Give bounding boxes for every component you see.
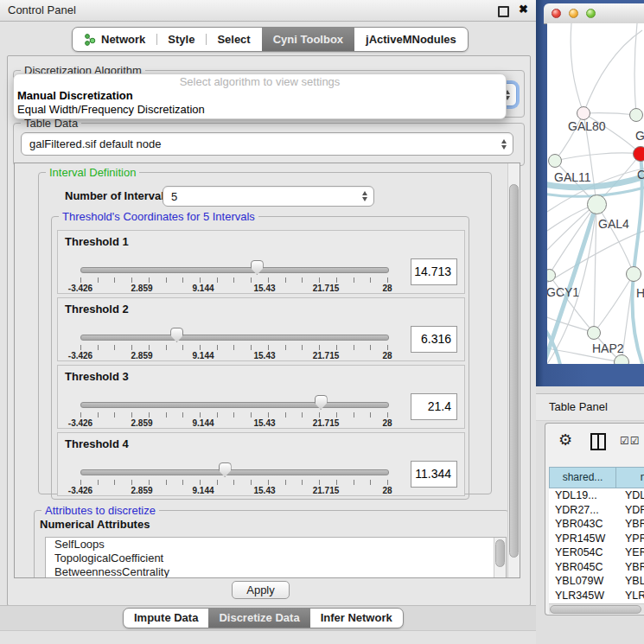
table-row[interactable]: YDL19...YDL1 — [549, 488, 644, 503]
tab-discretize-data[interactable]: Discretize Data — [208, 609, 309, 628]
threshold-slider-track[interactable] — [80, 402, 389, 408]
tab-infer-network[interactable]: Infer Network — [310, 609, 403, 628]
split-columns-icon[interactable] — [590, 433, 606, 450]
table-cell[interactable]: YLR345W — [549, 589, 616, 603]
threshold-slider-track[interactable] — [80, 335, 389, 341]
table-row[interactable]: YDR27...YDR2 — [549, 503, 644, 518]
number-of-intervals-value: 5 — [171, 187, 177, 206]
table-cell[interactable]: YBR0 — [616, 517, 644, 532]
table-cell[interactable]: YBL079W — [549, 574, 616, 589]
threshold-slider-track[interactable] — [80, 469, 389, 475]
table-horizontal-scrollbar[interactable] — [549, 603, 644, 614]
tab-impute-data[interactable]: Impute Data — [124, 609, 208, 628]
threshold-panel: Threshold 1 -3.4262.8599.14415.4321.7152… — [57, 230, 465, 294]
settings-scroll-panel: Interval Definition Number of Intervals … — [14, 163, 520, 578]
settings-scrollbar[interactable] — [507, 163, 520, 577]
gear-icon[interactable]: ⚙ — [558, 430, 572, 450]
tab-cyni-toolbox[interactable]: Cyni Toolbox — [262, 28, 354, 51]
apply-button[interactable]: Apply — [232, 581, 290, 599]
tab-style[interactable]: Style — [156, 28, 206, 51]
network-node[interactable] — [633, 146, 644, 162]
attributes-scrollbar[interactable] — [494, 538, 506, 577]
cyni-toolbox-panel: Discretization Algorithm Select algorith… — [7, 55, 531, 606]
network-node-label: HAP2 — [592, 341, 624, 355]
table-row[interactable]: YPR145WYPR1 — [549, 532, 644, 546]
threshold-label: Threshold 4 — [65, 437, 129, 450]
scale-tick-label: 21.715 — [313, 486, 340, 495]
number-of-intervals-combobox[interactable]: 5 — [163, 186, 374, 207]
network-node[interactable] — [629, 108, 643, 122]
mac-minimize-button[interactable] — [569, 9, 578, 18]
settings-scrollbar-thumb[interactable] — [509, 184, 519, 558]
table-cell[interactable]: YDR27... — [549, 503, 616, 518]
table-cell[interactable]: YBL0 — [616, 574, 644, 589]
network-node[interactable] — [587, 326, 601, 340]
mac-zoom-button[interactable] — [586, 9, 596, 18]
algorithm-option-equal-width[interactable]: Equal Width/Frequency Discretization — [14, 103, 506, 117]
network-canvas[interactable]: GAL80GACGAL11GAL4GCY1HHAP2 — [547, 23, 644, 364]
tab-jactivemnodules[interactable]: jActiveMNodules — [354, 28, 468, 51]
attributes-scrollbar-thumb[interactable] — [495, 539, 505, 567]
control-panel-tabs: Network Style Select Cyni Toolbox jActiv… — [72, 27, 469, 52]
table-data-combobox[interactable]: galFiltered.sif default node — [21, 132, 513, 156]
attribute-list-item[interactable]: TopologicalCoefficient — [46, 552, 506, 565]
threshold-label: Threshold 1 — [65, 235, 129, 248]
table-horizontal-scrollbar-thumb[interactable] — [550, 605, 641, 614]
threshold-value-field[interactable]: 6.316 — [411, 326, 457, 353]
column-header-name[interactable]: na — [616, 467, 644, 488]
threshold-slider-ticks — [80, 412, 388, 418]
table-cell[interactable]: YDL19... — [549, 488, 616, 503]
table-row[interactable]: YBR045CYBR0 — [549, 560, 644, 575]
table-cell[interactable]: YPR145W — [549, 532, 616, 546]
table-cell[interactable]: YER054C — [549, 545, 616, 560]
thresholds-group: Threshold's Coordinates for 5 Intervals … — [51, 216, 469, 500]
select-columns-icon[interactable]: ☑☑ — [620, 435, 641, 447]
algorithm-option-manual[interactable]: Manual Discretization — [14, 89, 506, 103]
scale-tick-label: 2.859 — [131, 418, 152, 428]
table-header: shared... na — [549, 467, 644, 488]
cyni-bottom-tabs: Impute Data Discretize Data Infer Networ… — [123, 608, 404, 628]
table-cell[interactable]: YBR0 — [616, 560, 644, 575]
threshold-value-field[interactable]: 11.344 — [411, 461, 457, 488]
float-window-icon[interactable] — [498, 6, 509, 17]
table-row[interactable]: YBR043CYBR0 — [549, 517, 644, 532]
close-icon[interactable]: ✖ — [519, 3, 528, 16]
tab-impute-data-label: Impute Data — [134, 609, 198, 628]
column-header-shared-name[interactable]: shared... — [549, 467, 616, 488]
table-cell[interactable]: YBR043C — [549, 517, 616, 532]
scale-tick-label: 28 — [382, 351, 392, 360]
table-row[interactable]: YER054CYER0 — [549, 545, 644, 560]
scale-tick-label: 28 — [382, 284, 392, 293]
table-cell[interactable]: YLR3 — [616, 589, 644, 603]
scale-tick-label: 28 — [382, 418, 392, 428]
table-data-combobox-value: galFiltered.sif default node — [29, 133, 161, 155]
network-node[interactable] — [626, 266, 641, 282]
numerical-attributes-list[interactable]: SelfLoopsTopologicalCoefficientBetweenne… — [45, 537, 507, 578]
network-node[interactable] — [577, 106, 590, 120]
attribute-list-item[interactable]: BetweennessCentrality — [46, 565, 506, 578]
network-node[interactable] — [548, 154, 562, 168]
table-row[interactable]: YLR345WYLR3 — [549, 589, 644, 603]
attribute-list-item[interactable]: SelfLoops — [46, 538, 506, 552]
threshold-value-field[interactable]: 21.4 — [411, 393, 457, 420]
table-cell[interactable]: YBR045C — [549, 560, 616, 575]
tab-select[interactable]: Select — [206, 28, 261, 51]
table-cell[interactable]: YPR1 — [616, 532, 644, 546]
network-node-label: GCY1 — [547, 285, 579, 299]
threshold-panel: Threshold 3 -3.4262.8599.14415.4321.7152… — [57, 365, 465, 429]
algorithm-dropdown-hint: Select algorithm to view settings — [14, 74, 506, 89]
table-cell[interactable]: YER0 — [616, 545, 644, 560]
network-node[interactable] — [547, 269, 556, 282]
network-node[interactable] — [614, 354, 629, 364]
threshold-value-field[interactable]: 14.713 — [411, 258, 457, 285]
screen: Control Panel ✖ Network Style Select — [0, 0, 644, 644]
scale-tick-label: -3.426 — [68, 351, 92, 360]
table-cell[interactable]: YDR2 — [616, 503, 644, 518]
tab-network[interactable]: Network — [73, 28, 156, 51]
network-node[interactable] — [587, 194, 607, 214]
table-cell[interactable]: YDL1 — [616, 488, 644, 503]
tab-style-label: Style — [168, 28, 194, 51]
threshold-slider-track[interactable] — [80, 267, 389, 273]
table-row[interactable]: YBL079WYBL0 — [549, 574, 644, 589]
mac-close-button[interactable] — [552, 9, 561, 18]
